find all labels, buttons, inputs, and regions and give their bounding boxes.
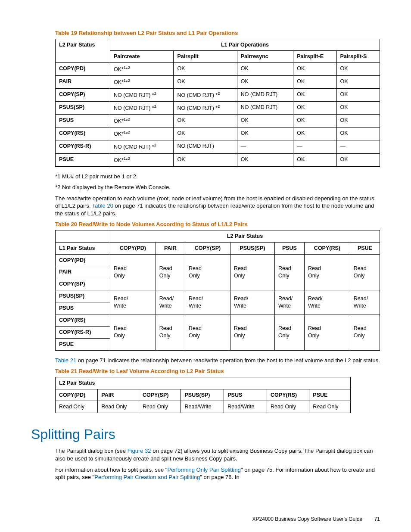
t19-cell: OK: [336, 153, 380, 166]
t19-cell: OK: [336, 115, 380, 128]
t20-cell: Read/Write: [305, 290, 350, 314]
t21-col: PSUS(SP): [181, 389, 224, 401]
t20-rowhead: COPY(PD): [56, 254, 110, 266]
link-table20[interactable]: Table 20: [92, 202, 113, 209]
t19-cell: NO (CMD RJT) *2: [110, 89, 174, 102]
t19-cell: OK: [237, 76, 293, 89]
t20-col-6: PSUE: [350, 242, 380, 254]
t19-cell: OK: [293, 115, 336, 128]
t19-col-0: Paircreate: [110, 51, 174, 63]
t20-col-4: PSUS: [274, 242, 304, 254]
t19-cell: NO (CMD RJT): [237, 89, 293, 102]
t20-rowhead: PSUE: [56, 338, 110, 350]
t21-cell: Read Only: [139, 401, 181, 413]
t20-cell: ReadOnly: [185, 254, 230, 290]
t19-rowhead: PSUS: [56, 115, 110, 128]
t19-cell: OK: [174, 128, 237, 140]
t19-rowhead: COPY(RS-R): [56, 140, 110, 153]
t20-cell: ReadOnly: [350, 254, 380, 290]
t19-cell: OK: [336, 128, 380, 140]
t19-cell: OK: [336, 102, 380, 115]
t19-rowhead: PSUE: [56, 153, 110, 166]
t19-cell: OK*1*2: [110, 63, 174, 76]
t21-col: PSUS: [224, 389, 267, 401]
t19-cell: OK: [174, 76, 237, 89]
t19-cell: —: [336, 140, 380, 153]
footer-title: XP24000 Business Copy Software User's Gu…: [252, 516, 363, 522]
t19-cell: OK: [237, 153, 293, 166]
t19-cell: OK*1*2: [110, 153, 174, 166]
t19-rowhead: COPY(PD): [56, 63, 110, 76]
t20-rowhead: COPY(RS-R): [56, 326, 110, 338]
t21-col: PSUE: [309, 389, 351, 401]
t19-cell: OK: [336, 63, 380, 76]
t20-cell: Read/Write: [185, 290, 230, 314]
table21: L2 Pair Status COPY(PD)PAIRCOPY(SP)PSUS(…: [55, 377, 351, 414]
t21-cell: Read/Write: [181, 401, 224, 413]
t21-col: COPY(PD): [56, 389, 98, 401]
t20-col-5: COPY(RS): [305, 242, 350, 254]
t19-cell: NO (CMD RJT): [237, 102, 293, 115]
t19-rowhead: PSUS(SP): [56, 102, 110, 115]
t20-rowhead: COPY(RS): [56, 314, 110, 326]
table19-caption: Table 19 Relationship between L2 Pair St…: [55, 29, 380, 37]
t19-cell: —: [293, 140, 336, 153]
t19-cell: OK: [293, 89, 336, 102]
table20-caption: Table 20 Read/Write to Node Volumes Acco…: [55, 221, 380, 228]
t19-h-l2: L2 Pair Status: [56, 39, 110, 63]
splitting-p2: For information about how to split pairs…: [55, 466, 380, 481]
t19-cell: OK*1*2: [110, 76, 174, 89]
t21-cell: Read Only: [98, 401, 139, 413]
t19-cell: OK: [174, 63, 237, 76]
t19-col-2: Pairresync: [237, 51, 293, 63]
t21-col: PAIR: [98, 389, 139, 401]
t20-cell: ReadOnly: [274, 254, 304, 290]
link-table21[interactable]: Table 21: [55, 357, 76, 364]
t19-cell: NO (CMD RJT) *2: [110, 102, 174, 115]
t20-blank: [56, 230, 110, 242]
t21-cell: Read Only: [56, 401, 98, 413]
t19-cell: OK: [293, 153, 336, 166]
t19-cell: OK: [293, 76, 336, 89]
link-creation-splitting[interactable]: Performing Pair Creation and Pair Splitt…: [94, 474, 200, 480]
t20-h-l1: L1 Pair Status: [56, 242, 110, 254]
t19-cell: OK: [293, 128, 336, 140]
t19-cell: OK: [293, 63, 336, 76]
t20-cell: ReadOnly: [110, 314, 156, 350]
t20-col-1: PAIR: [156, 242, 185, 254]
t20-col-3: PSUS(SP): [230, 242, 274, 254]
t19-cell: OK: [174, 115, 237, 128]
t19-cell: OK: [174, 153, 237, 166]
footnote-2: *2 Not displayed by the Remote Web Conso…: [55, 184, 380, 191]
t21-cell: Read Only: [309, 401, 351, 413]
t20-cell: Read/Write: [230, 290, 274, 314]
link-only-splitting[interactable]: Performing Only Pair Splitting: [167, 467, 241, 473]
t21-h-group: L2 Pair Status: [56, 377, 351, 389]
t20-cell: ReadOnly: [230, 254, 274, 290]
t20-cell: ReadOnly: [305, 314, 350, 350]
t20-rowhead: PAIR: [56, 266, 110, 278]
page-number: 71: [374, 516, 380, 523]
t19-rowhead: COPY(SP): [56, 89, 110, 102]
t21-cell: Read Only: [267, 401, 309, 413]
t20-cell: Read/Write: [110, 290, 156, 314]
t20-rowhead: PSUS(SP): [56, 290, 110, 302]
t19-cell: OK: [336, 76, 380, 89]
t19-cell: OK: [293, 102, 336, 115]
t20-cell: Read/Write: [156, 290, 185, 314]
t19-cell: OK*1*2: [110, 115, 174, 128]
t19-cell: NO (CMD RJT): [174, 140, 237, 153]
t20-cell: ReadOnly: [156, 254, 185, 290]
link-figure32[interactable]: Figure 32: [128, 448, 151, 454]
t19-cell: NO (CMD RJT) *2: [110, 140, 174, 153]
splitting-p1: The Pairsplit dialog box (see Figure 32 …: [55, 447, 380, 462]
t20-cell: ReadOnly: [350, 314, 380, 350]
t19-cell: NO (CMD RJT) *2: [174, 102, 237, 115]
t20-rowhead: PSUS: [56, 302, 110, 314]
t19-cell: OK*1*2: [110, 128, 174, 140]
table20: L2 Pair Status L1 Pair Status COPY(PD) P…: [55, 230, 380, 351]
t20-cell: ReadOnly: [110, 254, 156, 290]
para-rw-node: The read/write operation to each volume …: [55, 195, 380, 218]
t19-col-1: Pairsplit: [174, 51, 237, 63]
t19-cell: NO (CMD RJT) *2: [174, 89, 237, 102]
